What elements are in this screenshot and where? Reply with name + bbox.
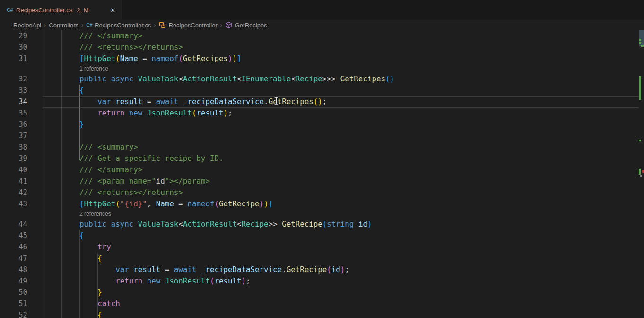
line-number: 48 (0, 264, 27, 275)
code-line[interactable]: 51 catch (0, 298, 644, 309)
code-token: { (79, 231, 84, 240)
breadcrumb-item-getrecipes[interactable]: GetRecipes (225, 21, 267, 29)
code-token: public (79, 220, 106, 229)
code-line[interactable]: 35 return new JsonResult(result); (0, 107, 644, 119)
code-text: catch (44, 298, 120, 309)
code-line[interactable]: 39 /// Get a specific recipe by ID. (0, 153, 644, 164)
code-line[interactable]: 52 { (0, 309, 644, 318)
line-number: 37 (0, 130, 27, 141)
code-line[interactable]: 37 (0, 130, 644, 141)
code-text: var result = await _recipeDataService.Ge… (44, 96, 327, 107)
line-number: 49 (0, 275, 27, 287)
line-number: 51 (0, 298, 27, 309)
breadcrumb-item-recipeapi[interactable]: RecipeApi (13, 22, 41, 29)
code-token (278, 220, 282, 229)
overview-ruler-mark (639, 39, 641, 41)
code-line[interactable]: 47 { (0, 253, 644, 264)
code-token: /// <returns></returns> (44, 188, 183, 197)
line-number: 41 (0, 176, 27, 187)
code-line[interactable]: 45 { (0, 230, 644, 241)
code-line[interactable]: 33 { (0, 85, 644, 96)
code-token: return (115, 276, 142, 285)
code-token: HttpGet (84, 54, 116, 63)
code-token: ) (340, 265, 345, 274)
code-line[interactable]: 43 [HttpGet("{id}", Name = nameof(GetRec… (0, 198, 644, 210)
codelens-reference-count[interactable]: 2 references (79, 210, 111, 219)
code-token (142, 276, 147, 285)
overview-ruler-mark (639, 140, 641, 141)
code-line[interactable]: 36 } (0, 119, 644, 130)
code-token: "></param> (165, 177, 210, 186)
code-token: ( (192, 108, 197, 117)
code-line[interactable]: 42 /// <returns></returns> (0, 187, 644, 198)
code-token (133, 74, 138, 83)
breadcrumb-label: GetRecipes (235, 22, 267, 29)
code-token: result (115, 97, 142, 106)
close-icon[interactable]: ✕ (108, 6, 117, 14)
code-token: return (97, 108, 124, 117)
code-line[interactable]: 29 /// </summary> (0, 30, 644, 42)
code-line[interactable]: 50 } (0, 287, 644, 298)
codelens-reference-count[interactable]: 1 reference (79, 64, 108, 73)
line-number: 32 (0, 73, 27, 85)
code-token: nameof (151, 54, 178, 63)
code-token: ) (367, 220, 372, 229)
code-token (111, 97, 116, 106)
code-token: GetRecipe (287, 265, 327, 274)
overview-ruler-mark (640, 175, 642, 177)
code-line[interactable]: 46 try (0, 241, 644, 253)
line-number: 31 (0, 53, 27, 64)
breadcrumb-item-controllers[interactable]: Controllers (49, 22, 78, 29)
code-text: } (44, 119, 84, 130)
code-token: /// <param name=" (44, 177, 156, 186)
code-token: id (358, 220, 367, 229)
code-token: result (133, 265, 160, 274)
code-token: /// </summary> (44, 31, 142, 40)
code-line[interactable]: 38 /// <summary> (0, 141, 644, 153)
code-token: " (142, 199, 147, 208)
code-token (133, 220, 138, 229)
code-text: [HttpGet(Name = nameof(GetRecipes))] (44, 53, 242, 64)
overview-ruler-mark (639, 76, 641, 100)
code-token (106, 74, 111, 83)
code-token: ; (228, 108, 233, 117)
chevron-right-icon: › (81, 21, 83, 29)
code-token (44, 74, 79, 83)
code-token: nameof (187, 199, 214, 208)
code-token: var (97, 97, 111, 106)
code-line[interactable]: 40 /// </summary> (0, 164, 644, 176)
code-token: HttpGet (84, 199, 116, 208)
code-token (44, 310, 97, 318)
code-token: GetRecipe (219, 199, 260, 208)
code-token: async (111, 220, 134, 229)
code-token: ( (178, 54, 183, 63)
code-text: public async ValueTask<ActionResult<Reci… (44, 219, 372, 230)
code-line[interactable]: 30 /// <returns></returns> (0, 42, 644, 53)
code-text: { (44, 253, 102, 264)
code-text: public async ValueTask<ActionResult<IEnu… (44, 73, 394, 85)
line-number: 39 (0, 153, 27, 164)
code-line[interactable]: 34 var result = await _recipeDataService… (0, 96, 644, 107)
code-token: ) (260, 199, 264, 208)
line-number: 43 (0, 198, 27, 210)
breadcrumb-label: Controllers (49, 22, 78, 29)
chevron-right-icon: › (220, 21, 222, 29)
code-line[interactable]: 32 public async ValueTask<ActionResult<I… (0, 73, 644, 85)
code-token: ActionResult (183, 220, 237, 229)
code-line[interactable]: 48 var result = await _recipeDataService… (0, 264, 644, 275)
code-token: ; (345, 265, 349, 274)
chevron-right-icon: › (154, 21, 156, 29)
code-editor[interactable]: 29 /// </summary>30 /// <returns></retur… (0, 30, 644, 318)
breadcrumb-label: RecipesController.cs (95, 22, 151, 29)
breadcrumb-item-recipescontroller-cs[interactable]: C#RecipesController.cs (86, 21, 151, 29)
code-line[interactable]: 44 public async ValueTask<ActionResult<R… (0, 219, 644, 230)
tab-bar: C# RecipesController.cs 2, M ✕ (0, 0, 644, 20)
code-token: Name (156, 199, 174, 208)
code-token (336, 74, 340, 83)
code-line[interactable]: 31 [HttpGet(Name = nameof(GetRecipes))] (0, 53, 644, 64)
tab-recipescontroller[interactable]: C# RecipesController.cs 2, M ✕ (0, 0, 122, 20)
breadcrumb-item-recipescontroller[interactable]: RecipesController (158, 21, 217, 29)
code-token: result (214, 276, 241, 285)
code-line[interactable]: 49 return new JsonResult(result); (0, 275, 644, 287)
code-line[interactable]: 41 /// <param name="id"></param> (0, 176, 644, 187)
